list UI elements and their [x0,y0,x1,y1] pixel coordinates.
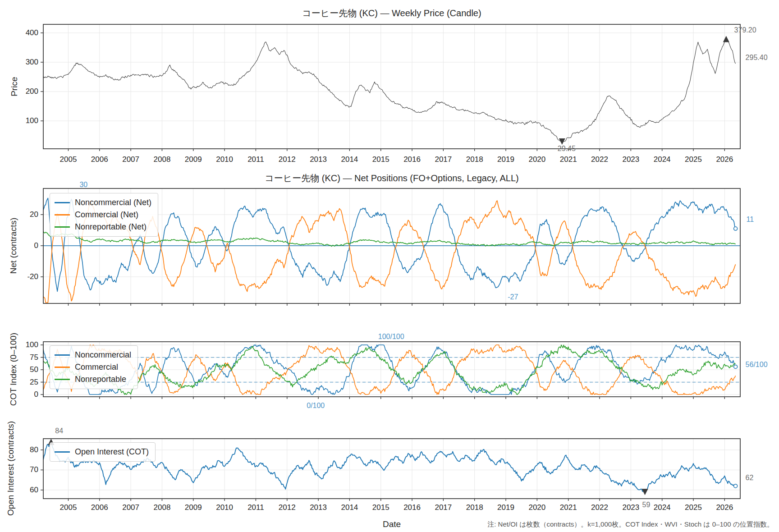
max-marker-triangle [723,36,729,42]
price-line [43,39,736,142]
open-interest-last-point-marker [734,484,738,488]
tick-marks [41,33,724,151]
plot-border [43,439,740,499]
commercial-net-line [43,201,736,303]
open-interest-line [43,442,736,492]
min-marker-triangle [642,489,648,495]
grid-lines [43,24,740,149]
noncommercial-index-last-point-marker [734,365,738,368]
grid-lines [43,439,740,499]
noncommercial-net-line [43,198,736,292]
plot-border [43,24,740,149]
max-marker-triangle [48,439,54,445]
figure-canvas [0,0,779,532]
noncommercial-net-last-point-marker [734,227,738,230]
cot-index-chart [41,342,740,399]
tick-marks [41,215,724,306]
net-positions-chart [41,188,740,306]
open-interest-chart [41,439,740,501]
tick-marks [41,450,724,501]
price-chart [41,24,740,151]
